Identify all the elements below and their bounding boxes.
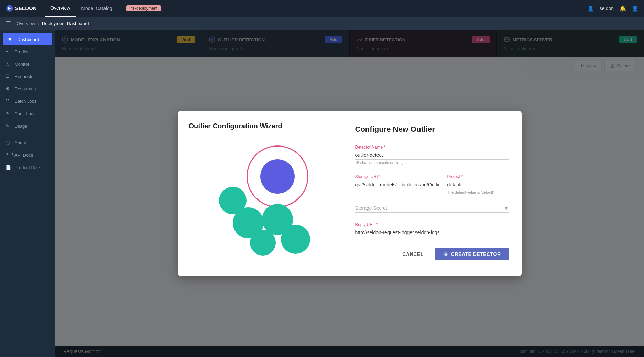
cancel-button[interactable]: CANCEL [397,249,429,260]
circle-pink-outline [247,145,308,207]
circle-blue-fill [260,159,295,194]
person-icon: 👤 [587,5,594,12]
detector-name-label: Detector Name * [355,145,509,150]
form-col-storage-uri: Storage URI * [355,174,439,194]
sidebar-item-predict[interactable]: + Predict [0,45,55,58]
sidebar-item-audit-logs[interactable]: 👁 Audit Logs [0,107,55,120]
monitor-icon: ◴ [6,61,11,67]
about-icon: ⓘ [6,140,11,145]
nav-tabs: Overview Model Catalog iris-deployment [45,0,166,17]
predict-icon: + [6,49,11,54]
dashboard-icon: ■ [8,36,14,42]
product-docs-icon: 📄 [6,165,11,170]
sidebar-item-about[interactable]: ⓘ About [0,137,55,149]
detector-name-hint: 15 characters maximum length [355,161,509,165]
sidebar-item-monitor[interactable]: ◴ Monitor [0,58,55,70]
illustration [198,125,322,262]
sidebar-item-requests[interactable]: ☰ Requests [0,70,55,83]
circle-teal-5 [281,225,310,254]
content-area: ? MODEL EXPLANATION Add None configured … [55,30,644,357]
account-icon[interactable]: 👤 [632,5,638,12]
audit-logs-icon: 👁 [6,111,11,116]
wand-icon: ★ [443,251,448,257]
form-group-reply-url: Reply URL * [355,222,509,237]
form-group-detector-name: Detector Name * 15 characters maximum le… [355,145,509,165]
bell-icon[interactable]: 🔔 [619,5,626,12]
api-docs-icon: HTTP [6,152,11,158]
project-input[interactable] [447,181,509,189]
project-label: Project * [447,174,509,179]
modal-form-title: Configure New Outlier [355,125,509,134]
reply-url-input[interactable] [355,228,509,237]
sidebar-item-batch-jobs[interactable]: ☷ Batch Jobs [0,95,55,107]
sidebar-item-dashboard[interactable]: ■ Dashboard [3,33,52,45]
modal: Outlier Configuration Wizard [178,111,522,276]
sidebar-divider [0,134,55,134]
requests-icon: ☰ [6,74,11,79]
sidebar-item-resources[interactable]: ⚙ Resources [0,83,55,95]
nav-tab-overview[interactable]: Overview [45,0,76,17]
main-layout: ■ Dashboard + Predict ◴ Monitor ☰ Reques… [0,30,644,357]
usage-icon: ✎ [6,123,11,129]
nav-tab-deploy[interactable]: iris-deployment [118,0,166,17]
create-detector-button[interactable]: ★ CREATE DETECTOR [435,248,509,260]
sidebar: ■ Dashboard + Predict ◴ Monitor ☰ Reques… [0,30,55,357]
resources-icon: ⚙ [6,86,11,91]
form-row-storage-project: Storage URI * Project * The default valu… [355,174,509,194]
svg-text:★: ★ [444,252,448,256]
sidebar-item-usage[interactable]: ✎ Usage [0,120,55,132]
storage-uri-label: Storage URI * [355,174,439,179]
top-nav: SELDON Overview Model Catalog iris-deplo… [0,0,644,17]
breadcrumb-sep: / [38,21,39,26]
hamburger-icon[interactable]: ☰ [6,20,11,27]
form-group-storage-secret: ▼ Storage Secret [355,204,509,213]
breadcrumb-current: Deployment Dashboard [42,21,89,26]
storage-secret-select[interactable] [355,204,509,213]
form-col-project: Project * The default value is 'default' [447,174,509,194]
modal-right: Configure New Outlier Detector Name * 15… [343,111,522,276]
breadcrumb-home[interactable]: Overview [17,21,35,26]
nav-tab-model-catalog[interactable]: Model Catalog [76,0,118,17]
nav-right: 👤 seldon 🔔 👤 [587,5,638,12]
modal-overlay: Outlier Configuration Wizard [55,30,644,357]
project-hint: The default value is 'default' [447,190,509,194]
sidebar-item-api-docs[interactable]: HTTP API Docs [0,149,55,161]
detector-name-input[interactable] [355,151,509,160]
breadcrumb-bar: ☰ Overview / Deployment Dashboard [0,17,644,30]
batch-jobs-icon: ☷ [6,98,11,104]
storage-secret-wrapper: ▼ Storage Secret [355,204,509,213]
svg-text:SELDON: SELDON [15,5,36,11]
logo[interactable]: SELDON [6,3,36,13]
sidebar-item-product-docs[interactable]: 📄 Product Docs [0,161,55,174]
reply-url-label: Reply URL * [355,222,509,227]
circle-teal-4 [250,230,276,256]
modal-footer: CANCEL ★ CREATE DETECTOR [355,248,509,260]
storage-uri-input[interactable] [355,181,439,189]
user-label: seldon [600,6,614,11]
modal-left: Outlier Configuration Wizard [178,111,343,276]
